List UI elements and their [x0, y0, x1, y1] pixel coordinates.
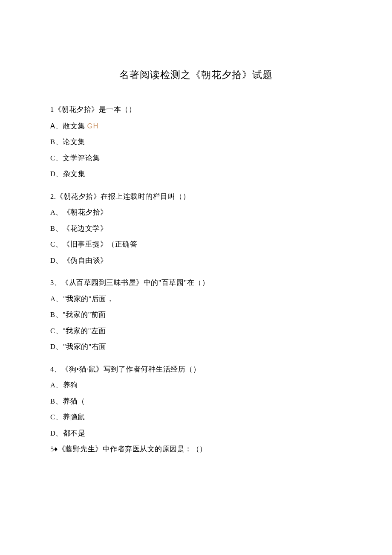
page-title: 名著阅读检测之《朝花夕拾》试题	[50, 68, 342, 81]
q2-option-b: B、《花边文学》	[50, 225, 342, 232]
q4-stem: 4、《狗•猫·鼠》写到了作者何种生活经历（）	[50, 366, 342, 373]
q3-stem: 3、《从百草园到三味书屋》中的"百草园"在（）	[50, 279, 342, 287]
question-3: 3、《从百草园到三味书屋》中的"百草园"在（） A、"我家的"后面， B、"我家…	[50, 279, 342, 351]
q3-option-d: D、"我家的"右面	[50, 343, 342, 351]
q1-option-a: A、散文集 GH	[50, 122, 342, 130]
q2-stem: 2.《朝花夕拾》在报上连载时的栏目叫（）	[50, 193, 342, 200]
question-4: 4、《狗•猫·鼠》写到了作者何种生活经历（） A、养狗 B、养猫（ C、养隐鼠 …	[50, 366, 342, 453]
q5-stem: 5♦《藤野先生》中作者弃医从文的原因是：（）	[50, 446, 342, 453]
q2-option-c: C、《旧事重提》（正确答	[50, 241, 342, 248]
q2-option-a: A、《朝花夕拾》	[50, 209, 342, 216]
question-1: 1《朝花夕拾》是一本（） A、散文集 GH B、论文集 C、文学评论集 D、杂文…	[50, 106, 342, 178]
q3-option-a: A、"我家的"后面，	[50, 296, 342, 303]
q1-stem: 1《朝花夕拾》是一本（）	[50, 106, 342, 113]
q1-option-d: D、杂文集	[50, 171, 342, 178]
q4-option-d: D、都不是	[50, 430, 342, 437]
q4-option-c: C、养隐鼠	[50, 414, 342, 421]
q1-a-prefix: A、散文集	[50, 122, 87, 130]
q3-option-c: C、"我家的"左面	[50, 328, 342, 335]
q3-option-b: B、"我家的"前面	[50, 311, 342, 319]
q1-option-c: C、文学评论集	[50, 155, 342, 162]
q2-option-d: D、《伪自由谈》	[50, 257, 342, 264]
q1-a-gh: GH	[87, 122, 99, 130]
q4-option-a: A、养狗	[50, 382, 342, 389]
q4-option-b: B、养猫（	[50, 398, 342, 405]
question-2: 2.《朝花夕拾》在报上连载时的栏目叫（） A、《朝花夕拾》 B、《花边文学》 C…	[50, 193, 342, 264]
q1-option-b: B、论文集	[50, 139, 342, 146]
